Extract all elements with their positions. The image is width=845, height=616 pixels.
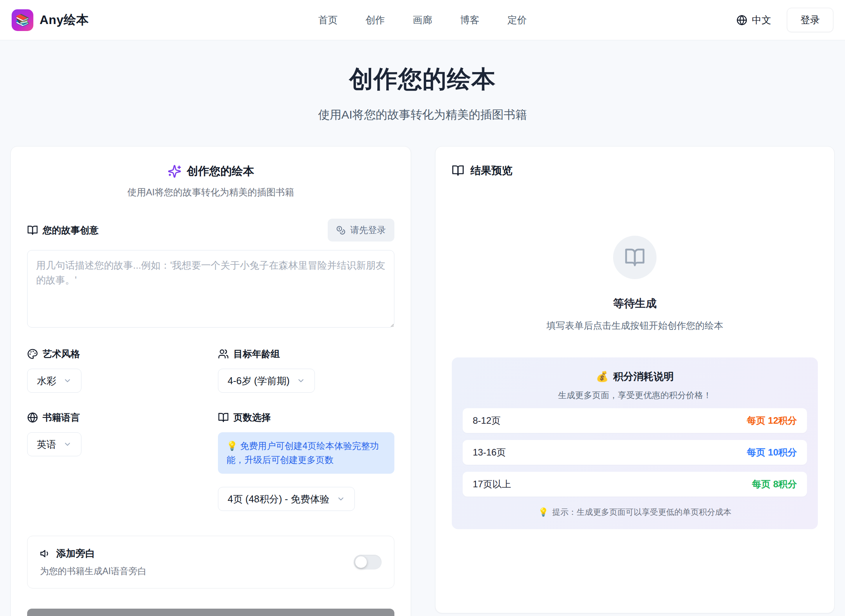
tier-price: 每页 12积分 — [747, 414, 797, 427]
coins-icon — [336, 226, 346, 235]
page-title: 创作您的绘本 — [0, 63, 845, 95]
brand[interactable]: 📚 Any绘本 — [12, 9, 89, 31]
app-logo-icon: 📚 — [12, 9, 33, 31]
page-subtitle: 使用AI将您的故事转化为精美的插图书籍 — [0, 107, 845, 123]
credit-tier-row: 13-16页 每页 10积分 — [463, 440, 807, 465]
pages-label: 页数选择 — [233, 411, 271, 424]
book-language-value: 英语 — [37, 438, 56, 451]
empty-state-title: 等待生成 — [452, 296, 818, 311]
empty-state-description: 填写表单后点击生成按钮开始创作您的绘本 — [452, 319, 818, 332]
story-idea-label: 您的故事创意 — [43, 224, 98, 236]
palette-icon — [27, 349, 38, 359]
free-tier-notice-text: 免费用户可创建4页绘本体验完整功能，升级后可创建更多页数 — [226, 441, 379, 465]
globe-icon — [736, 15, 747, 26]
chevron-down-icon — [63, 376, 72, 385]
books-emoji: 📚 — [15, 13, 29, 27]
book-open-icon — [218, 412, 229, 423]
age-group-select[interactable]: 4-6岁 (学前期) — [218, 369, 315, 393]
pages-select[interactable]: 4页 (48积分) - 免费体验 — [218, 487, 355, 511]
form-card-subtitle: 使用AI将您的故事转化为精美的插图书籍 — [27, 186, 394, 198]
credits-subtitle: 生成更多页面，享受更优惠的积分价格！ — [463, 390, 807, 401]
nav-item-blog[interactable]: 博客 — [460, 14, 480, 26]
globe-icon — [27, 412, 38, 423]
language-switcher[interactable]: 中文 — [736, 14, 771, 26]
story-idea-input[interactable] — [27, 250, 394, 328]
empty-state-circle — [613, 236, 657, 279]
narration-description: 为您的书籍生成AI语音旁白 — [40, 565, 147, 577]
narration-toggle[interactable] — [354, 555, 382, 569]
art-style-value: 水彩 — [37, 374, 56, 387]
nav-item-gallery[interactable]: 画廊 — [413, 14, 432, 26]
free-tier-notice: 💡 免费用户可创建4页绘本体验完整功能，升级后可创建更多页数 — [218, 432, 394, 474]
top-navbar: 📚 Any绘本 首页 创作 画廊 博客 定价 中文 登录 — [0, 0, 845, 40]
main-nav: 首页 创作 画廊 博客 定价 — [318, 14, 527, 26]
book-open-icon — [624, 247, 645, 268]
money-bag-emoji: 💰 — [596, 371, 608, 383]
credits-tip-text: 提示：生成更多页面可以享受更低的单页积分成本 — [552, 507, 731, 518]
nav-item-create[interactable]: 创作 — [366, 14, 385, 26]
bulb-emoji: 💡 — [538, 507, 548, 517]
tier-price: 每页 8积分 — [752, 478, 797, 490]
generate-book-button[interactable]: 生成书籍 — [27, 609, 394, 616]
login-first-button[interactable]: 请先登录 — [328, 219, 394, 242]
form-card-title: 创作您的绘本 — [187, 164, 254, 179]
language-label: 中文 — [752, 14, 771, 26]
sparkles-icon — [168, 164, 181, 178]
users-icon — [218, 349, 229, 359]
creation-form-card: 创作您的绘本 使用AI将您的故事转化为精美的插图书籍 您的故事创意 请先登录 — [10, 146, 411, 616]
pages-value: 4页 (48积分) - 免费体验 — [228, 493, 330, 506]
speaker-icon — [40, 548, 51, 559]
age-group-label: 目标年龄组 — [233, 348, 280, 360]
tier-range: 13-16页 — [473, 446, 506, 459]
narration-option: 添加旁白 为您的书籍生成AI语音旁白 — [27, 536, 394, 588]
chevron-down-icon — [337, 495, 345, 503]
nav-item-home[interactable]: 首页 — [318, 14, 338, 26]
art-style-label: 艺术风格 — [43, 348, 80, 360]
chevron-down-icon — [63, 440, 72, 449]
age-group-value: 4-6岁 (学前期) — [228, 374, 290, 387]
credit-tier-row: 8-12页 每页 12积分 — [463, 408, 807, 433]
preview-card-title: 结果预览 — [470, 164, 512, 178]
toggle-knob — [355, 556, 367, 568]
credits-info-panel: 💰 积分消耗说明 生成更多页面，享受更优惠的积分价格！ 8-12页 每页 12积… — [452, 357, 818, 529]
tier-range: 8-12页 — [473, 414, 501, 427]
empty-preview-state: 等待生成 填写表单后点击生成按钮开始创作您的绘本 — [452, 236, 818, 332]
bulb-emoji: 💡 — [226, 441, 238, 451]
nav-item-pricing[interactable]: 定价 — [508, 14, 527, 26]
book-language-label: 书籍语言 — [43, 411, 80, 424]
hero-section: 创作您的绘本 使用AI将您的故事转化为精美的插图书籍 — [0, 40, 845, 123]
login-first-label: 请先登录 — [350, 224, 386, 236]
chevron-down-icon — [297, 376, 305, 385]
tier-price: 每页 10积分 — [747, 446, 797, 459]
result-preview-card: 结果预览 等待生成 填写表单后点击生成按钮开始创作您的绘本 💰 积分消耗说明 生… — [435, 146, 835, 613]
credit-tier-row: 17页以上 每页 8积分 — [463, 472, 807, 497]
tier-range: 17页以上 — [473, 478, 511, 490]
book-open-icon — [27, 225, 38, 236]
login-button[interactable]: 登录 — [787, 8, 833, 32]
app-title: Any绘本 — [40, 12, 89, 29]
art-style-select[interactable]: 水彩 — [27, 369, 81, 393]
book-open-icon — [452, 164, 464, 177]
narration-title: 添加旁白 — [56, 547, 95, 560]
book-language-select[interactable]: 英语 — [27, 432, 81, 456]
credits-title: 积分消耗说明 — [613, 370, 674, 383]
